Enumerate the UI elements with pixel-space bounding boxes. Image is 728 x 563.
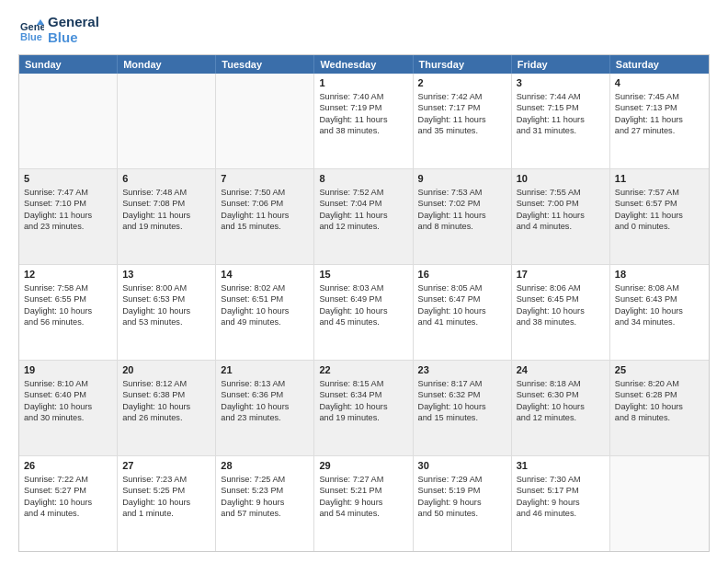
day-info-line: and 12 minutes. [517,412,605,423]
logo: General Blue General Blue [18,15,99,45]
day-info-line: and 35 minutes. [418,125,506,136]
day-info-line: and 34 minutes. [615,316,704,327]
calendar-cell-r3c1: 20Sunrise: 8:12 AMSunset: 6:38 PMDayligh… [118,361,216,455]
day-info-line: Sunset: 5:19 PM [418,485,506,496]
day-info-line: and 38 minutes. [319,125,407,136]
day-info-line: and 50 minutes. [418,508,506,519]
day-info-line: Sunrise: 7:29 AM [418,474,506,485]
day-info-line: Sunrise: 7:58 AM [24,282,112,293]
day-info-line: Daylight: 10 hours [221,401,309,412]
day-info-line: Sunset: 6:38 PM [122,389,210,400]
day-info-line: and 38 minutes. [517,316,605,327]
day-number: 23 [418,363,506,377]
calendar-cell-r3c0: 19Sunrise: 8:10 AMSunset: 6:40 PMDayligh… [19,361,118,455]
day-info-line: Sunrise: 7:27 AM [319,474,407,485]
calendar-row-0: 1Sunrise: 7:40 AMSunset: 7:19 PMDaylight… [19,74,709,169]
calendar-cell-r0c0 [19,74,118,168]
day-info-line: Sunrise: 7:45 AM [615,91,704,102]
day-info-line: Daylight: 10 hours [122,305,210,316]
day-info-line: and 8 minutes. [615,412,704,423]
day-number: 26 [24,459,112,473]
day-info-line: Sunrise: 7:40 AM [319,91,407,102]
day-info-line: Sunrise: 7:44 AM [517,91,605,102]
day-info-line: Daylight: 10 hours [418,401,506,412]
day-number: 18 [615,268,704,282]
day-info-line: Sunset: 7:04 PM [319,198,407,209]
day-info-line: Daylight: 10 hours [221,305,309,316]
calendar-row-4: 26Sunrise: 7:22 AMSunset: 5:27 PMDayligh… [19,456,709,551]
day-info-line: Daylight: 9 hours [221,497,309,508]
day-info-line: Sunset: 5:23 PM [221,485,309,496]
day-number: 28 [221,459,309,473]
day-number: 2 [418,76,506,90]
day-number: 17 [517,268,605,282]
calendar-cell-r1c5: 10Sunrise: 7:55 AMSunset: 7:00 PMDayligh… [512,169,610,264]
day-info-line: Sunset: 6:36 PM [221,389,309,400]
day-info-line: Sunset: 7:08 PM [122,198,210,209]
calendar-row-2: 12Sunrise: 7:58 AMSunset: 6:55 PMDayligh… [19,265,709,361]
day-info-line: Sunrise: 8:02 AM [221,282,309,293]
day-info-line: Daylight: 9 hours [517,497,605,508]
day-info-line: and 45 minutes. [319,316,407,327]
day-info-line: and 23 minutes. [24,221,112,232]
header-day-tuesday: Tuesday [216,55,314,74]
day-info-line: Sunset: 6:28 PM [615,389,704,400]
day-info-line: Sunrise: 8:10 AM [24,378,112,389]
day-info-line: and 31 minutes. [517,125,605,136]
day-info-line: Sunset: 7:13 PM [615,102,704,113]
day-info-line: and 27 minutes. [615,125,704,136]
day-info-line: Sunrise: 8:20 AM [615,378,704,389]
day-info-line: Daylight: 11 hours [24,210,112,221]
day-info-line: Sunset: 5:21 PM [319,485,407,496]
day-info-line: Daylight: 11 hours [319,210,407,221]
svg-text:Blue: Blue [20,31,42,42]
calendar-cell-r4c6 [610,456,709,551]
header-day-saturday: Saturday [610,55,709,74]
day-info-line: Sunrise: 7:50 AM [221,187,309,198]
calendar-cell-r3c3: 22Sunrise: 8:15 AMSunset: 6:34 PMDayligh… [314,361,413,455]
day-number: 29 [319,459,407,473]
header-day-friday: Friday [512,55,610,74]
day-info-line: Sunset: 6:49 PM [319,293,407,304]
day-info-line: Sunset: 6:45 PM [517,293,605,304]
calendar-cell-r0c5: 3Sunrise: 7:44 AMSunset: 7:15 PMDaylight… [512,74,610,168]
day-info-line: and 19 minutes. [319,412,407,423]
day-info-line: Sunrise: 8:15 AM [319,378,407,389]
day-info-line: Daylight: 11 hours [418,114,506,125]
calendar-cell-r1c2: 7Sunrise: 7:50 AMSunset: 7:06 PMDaylight… [216,169,314,264]
calendar-cell-r1c0: 5Sunrise: 7:47 AMSunset: 7:10 PMDaylight… [19,169,118,264]
day-number: 12 [24,268,112,282]
day-info-line: Daylight: 10 hours [319,305,407,316]
calendar-cell-r2c1: 13Sunrise: 8:00 AMSunset: 6:53 PMDayligh… [118,265,216,360]
calendar-cell-r1c6: 11Sunrise: 7:57 AMSunset: 6:57 PMDayligh… [610,169,709,264]
day-number: 15 [319,268,407,282]
day-info-line: and 46 minutes. [517,508,605,519]
day-info-line: and 56 minutes. [24,316,112,327]
day-info-line: and 8 minutes. [418,221,506,232]
day-info-line: Sunrise: 7:53 AM [418,187,506,198]
page: General Blue General Blue SundayMondayTu… [0,0,728,563]
calendar-row-1: 5Sunrise: 7:47 AMSunset: 7:10 PMDaylight… [19,169,709,265]
day-info-line: and 30 minutes. [24,412,112,423]
header-day-monday: Monday [118,55,216,74]
calendar: SundayMondayTuesdayWednesdayThursdayFrid… [18,54,710,552]
day-info-line: Sunrise: 7:47 AM [24,187,112,198]
day-number: 3 [517,76,605,90]
day-info-line: Daylight: 10 hours [517,401,605,412]
day-number: 21 [221,363,309,377]
day-number: 10 [517,172,605,186]
day-info-line: Sunset: 6:55 PM [24,293,112,304]
day-info-line: Daylight: 9 hours [418,497,506,508]
calendar-row-3: 19Sunrise: 8:10 AMSunset: 6:40 PMDayligh… [19,361,709,456]
day-info-line: Sunrise: 8:13 AM [221,378,309,389]
day-info-line: Sunrise: 8:08 AM [615,282,704,293]
day-info-line: Sunset: 6:57 PM [615,198,704,209]
calendar-cell-r3c4: 23Sunrise: 8:17 AMSunset: 6:32 PMDayligh… [414,361,512,455]
day-info-line: and 23 minutes. [221,412,309,423]
calendar-cell-r3c6: 25Sunrise: 8:20 AMSunset: 6:28 PMDayligh… [610,361,709,455]
day-info-line: and 49 minutes. [221,316,309,327]
day-number: 8 [319,172,407,186]
calendar-cell-r4c0: 26Sunrise: 7:22 AMSunset: 5:27 PMDayligh… [19,456,118,551]
day-info-line: and 15 minutes. [418,412,506,423]
day-number: 31 [517,459,605,473]
